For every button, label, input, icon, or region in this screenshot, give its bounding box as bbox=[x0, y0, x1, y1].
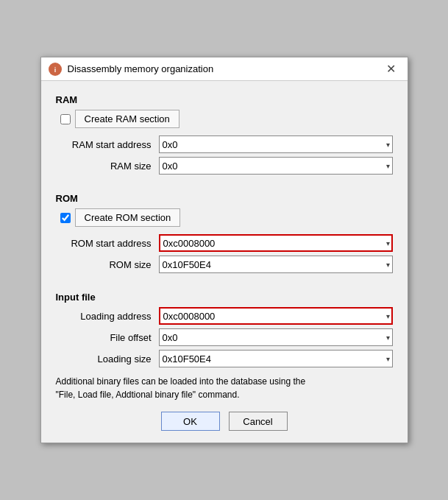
rom-start-address-label: ROM start address bbox=[56, 238, 159, 249]
rom-create-label[interactable]: Create ROM section bbox=[75, 208, 181, 227]
ok-button[interactable]: OK bbox=[161, 412, 220, 431]
rom-start-address-select[interactable]: 0xc0008000 bbox=[159, 234, 393, 252]
dialog-content: RAM Create RAM section RAM start address… bbox=[41, 81, 408, 443]
divider-1 bbox=[56, 178, 393, 189]
rom-size-select[interactable]: 0x10F50E4 bbox=[159, 256, 393, 273]
file-offset-label: File offset bbox=[56, 332, 159, 343]
title-bar: i Disassembly memory organization ✕ bbox=[41, 57, 408, 81]
ram-size-wrapper: 0x0 ▾ bbox=[159, 157, 393, 175]
loading-size-row: Loading size 0x10F50E4 ▾ bbox=[56, 350, 393, 367]
rom-start-address-row: ROM start address 0xc0008000 ▾ bbox=[56, 234, 393, 252]
loading-address-select[interactable]: 0xc0008000 bbox=[159, 307, 393, 325]
ram-size-row: RAM size 0x0 ▾ bbox=[56, 157, 393, 175]
loading-size-wrapper: 0x10F50E4 ▾ bbox=[159, 350, 393, 367]
dialog-title: Disassembly memory organization bbox=[68, 63, 214, 74]
ram-size-select[interactable]: 0x0 bbox=[159, 157, 393, 175]
ram-checkbox-row: Create RAM section bbox=[60, 110, 393, 128]
file-offset-wrapper: 0x0 ▾ bbox=[159, 328, 393, 346]
cancel-button[interactable]: Cancel bbox=[229, 412, 288, 431]
ram-size-label: RAM size bbox=[56, 161, 159, 172]
info-text: Additional binary files can be loaded in… bbox=[56, 375, 393, 401]
svg-text:i: i bbox=[54, 66, 56, 74]
rom-section: ROM Create ROM section ROM start address… bbox=[56, 193, 393, 273]
rom-start-address-wrapper: 0xc0008000 ▾ bbox=[159, 234, 393, 252]
button-row: OK Cancel bbox=[56, 412, 393, 431]
ram-start-address-label: RAM start address bbox=[56, 139, 159, 150]
loading-address-wrapper: 0xc0008000 ▾ bbox=[159, 307, 393, 325]
file-offset-row: File offset 0x0 ▾ bbox=[56, 328, 393, 346]
rom-size-wrapper: 0x10F50E4 ▾ bbox=[159, 256, 393, 273]
loading-address-label: Loading address bbox=[56, 311, 159, 322]
title-bar-left: i Disassembly memory organization bbox=[49, 63, 214, 76]
rom-size-label: ROM size bbox=[56, 259, 159, 270]
dialog: i Disassembly memory organization ✕ RAM … bbox=[40, 57, 408, 443]
input-file-section-label: Input file bbox=[56, 292, 393, 303]
rom-checkbox-row: Create ROM section bbox=[60, 208, 393, 227]
loading-size-label: Loading size bbox=[56, 353, 159, 365]
dialog-icon: i bbox=[49, 63, 62, 76]
file-offset-select[interactable]: 0x0 bbox=[159, 328, 393, 346]
ram-section-label: RAM bbox=[56, 94, 393, 105]
ram-create-label[interactable]: Create RAM section bbox=[75, 110, 179, 128]
loading-size-select[interactable]: 0x10F50E4 bbox=[159, 350, 393, 367]
divider-2 bbox=[56, 277, 393, 287]
ram-create-checkbox[interactable] bbox=[60, 114, 71, 124]
ram-section: RAM Create RAM section RAM start address… bbox=[56, 94, 393, 175]
ram-start-address-row: RAM start address 0x0 ▾ bbox=[56, 135, 393, 153]
rom-size-row: ROM size 0x10F50E4 ▾ bbox=[56, 256, 393, 273]
rom-create-checkbox[interactable] bbox=[60, 213, 71, 223]
ram-start-address-select[interactable]: 0x0 bbox=[159, 135, 393, 153]
rom-section-label: ROM bbox=[56, 193, 393, 204]
input-file-section: Input file Loading address 0xc0008000 ▾ … bbox=[56, 292, 393, 367]
loading-address-row: Loading address 0xc0008000 ▾ bbox=[56, 307, 393, 325]
ram-start-address-wrapper: 0x0 ▾ bbox=[159, 135, 393, 153]
close-button[interactable]: ✕ bbox=[382, 62, 400, 77]
